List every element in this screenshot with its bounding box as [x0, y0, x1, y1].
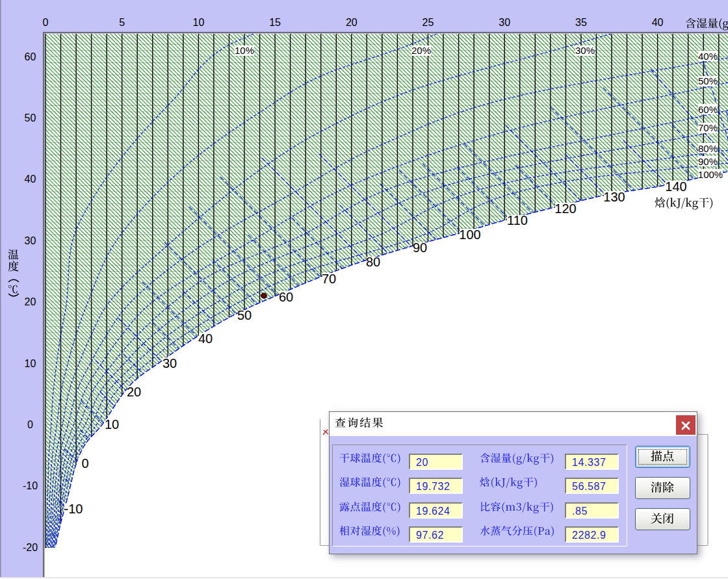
svg-text:100%: 100% [698, 169, 723, 180]
svg-text:90: 90 [413, 240, 427, 255]
svg-text:30: 30 [162, 356, 177, 370]
svg-text:0: 0 [27, 419, 33, 430]
svg-text:15: 15 [269, 17, 281, 28]
svg-text:130: 130 [603, 190, 625, 204]
svg-text:20: 20 [25, 296, 36, 307]
svg-text:20: 20 [127, 385, 141, 399]
svg-text:100: 100 [459, 227, 480, 242]
svg-text:30%: 30% [575, 45, 595, 56]
svg-text:10: 10 [25, 358, 36, 369]
svg-text:80%: 80% [698, 143, 718, 154]
svg-text:30: 30 [25, 235, 36, 246]
svg-text:120: 120 [554, 201, 576, 216]
svg-text:70: 70 [322, 272, 336, 286]
svg-text:110: 110 [507, 213, 528, 227]
svg-text:60: 60 [25, 51, 36, 62]
svg-text:10: 10 [105, 417, 119, 431]
svg-text:40: 40 [198, 331, 213, 346]
svg-text:10: 10 [193, 17, 205, 28]
svg-text:20%: 20% [411, 45, 431, 56]
svg-text:90%: 90% [698, 156, 718, 167]
svg-text:30: 30 [499, 17, 510, 28]
svg-text:0: 0 [81, 456, 88, 470]
svg-text:140: 140 [665, 179, 686, 194]
svg-text:50: 50 [25, 112, 36, 123]
svg-text:80: 80 [366, 255, 380, 269]
svg-text:60: 60 [279, 290, 293, 304]
svg-text:10%: 10% [235, 45, 254, 56]
svg-text:-20: -20 [23, 542, 38, 553]
svg-text:20: 20 [346, 17, 358, 28]
svg-text:40: 40 [25, 174, 36, 185]
svg-text:50: 50 [237, 308, 252, 322]
svg-text:40: 40 [652, 17, 664, 28]
svg-text:35: 35 [575, 17, 587, 28]
svg-text:-10: -10 [64, 502, 83, 516]
svg-text:60%: 60% [698, 104, 718, 115]
svg-text:40%: 40% [698, 51, 718, 62]
svg-text:5: 5 [119, 17, 125, 28]
svg-text:25: 25 [422, 17, 434, 28]
svg-text:0: 0 [43, 17, 49, 28]
svg-text:70%: 70% [698, 122, 718, 133]
svg-text:-10: -10 [23, 480, 38, 491]
svg-text:50%: 50% [698, 75, 718, 86]
